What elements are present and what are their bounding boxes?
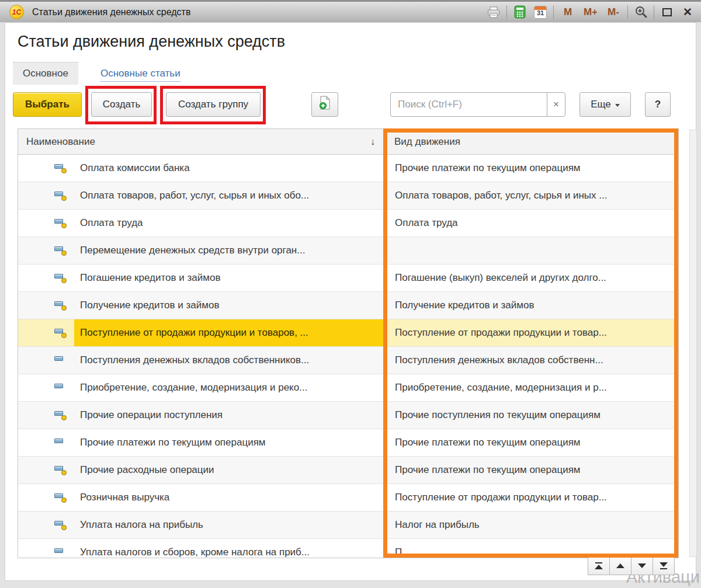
table-row[interactable]: Прочие платежи по текущим операциямПрочи… [18, 429, 678, 457]
movement-kind: Прочие платежи по текущим операциям [395, 437, 581, 448]
catalog-item-icon [54, 492, 66, 503]
titlebar-divider [627, 5, 628, 19]
catalog-item-icon [54, 218, 66, 228]
item-name: Приобретение, создание, модернизация и р… [74, 374, 383, 401]
movement-kind: Погашение (выкуп) векселей и других долг… [395, 272, 606, 284]
movement-kind: Поступление от продажи продукции и товар… [395, 492, 607, 503]
calendar-day: 31 [535, 9, 546, 18]
help-button[interactable]: ? [645, 92, 671, 117]
name-cell[interactable]: Поступление от продажи продукции и товар… [18, 319, 383, 346]
table-header: Наименование ↓ Вид движения [18, 129, 678, 155]
chevron-down-icon [615, 104, 620, 107]
table-row[interactable]: Прочие операции поступленияПрочие поступ… [18, 402, 678, 429]
name-cell[interactable]: Погашение кредитов и займов [18, 265, 383, 291]
item-name: Прочие платежи по текущим операциям [74, 429, 383, 456]
table-row[interactable]: Оплата товаров, работ, услуг, сырья и ин… [18, 182, 678, 210]
name-cell[interactable]: Прочие расходные операции [18, 457, 383, 483]
tab-main-articles[interactable]: Основные статьи [100, 68, 181, 82]
move-down-button[interactable] [631, 556, 653, 575]
name-cell[interactable]: Розничная выручка [18, 484, 383, 511]
kind-cell[interactable]: Погашение (выкуп) векселей и других долг… [383, 265, 678, 291]
kind-cell[interactable]: Поступления денежных вкладов собственн..… [383, 347, 678, 374]
table-row[interactable]: Прочие расходные операцииПрочие платежи … [18, 457, 678, 484]
name-cell[interactable]: Оплата товаров, работ, услуг, сырья и ин… [18, 182, 383, 209]
vertical-scrollbar[interactable] [689, 130, 697, 557]
table-row[interactable]: Погашение кредитов и займовПогашение (вы… [18, 265, 678, 292]
table-row[interactable]: Приобретение, создание, модернизация и р… [18, 374, 678, 402]
create-button[interactable]: Создать [91, 92, 152, 117]
kind-cell[interactable]: Налог на прибыль [383, 512, 678, 538]
movement-kind: Налог на прибыль [395, 519, 480, 531]
search-box: × [390, 92, 565, 117]
catalog-item-icon [54, 190, 66, 201]
name-cell[interactable]: Поступления денежных вкладов собственник… [18, 347, 383, 374]
more-button[interactable]: Еще [579, 92, 631, 117]
table-row[interactable]: Получение кредитов и займовПолучение кре… [18, 292, 678, 319]
movement-kind: П... [395, 547, 410, 558]
name-cell[interactable]: Уплата налогов и сборов, кроме налога на… [18, 539, 383, 558]
kind-cell[interactable]: Прочие платежи по текущим операциям [383, 457, 678, 483]
memory-m-button[interactable]: М [559, 6, 577, 18]
table-row[interactable]: Оплата комиссии банкаПрочие платежи по т… [18, 155, 678, 182]
name-cell[interactable]: Перемещение денежных средств внутри орга… [18, 237, 383, 264]
calculator-icon[interactable] [512, 5, 528, 20]
maximize-button[interactable] [660, 5, 675, 20]
item-name: Оплата труда [74, 210, 383, 236]
kind-cell[interactable]: Поступление от продажи продукции и товар… [383, 319, 678, 346]
kind-cell[interactable]: Прочие платежи по текущим операциям [383, 429, 678, 456]
item-name: Оплата комиссии банка [74, 155, 383, 182]
memory-m-plus-button[interactable]: М+ [582, 6, 599, 18]
close-button[interactable]: ✕ [680, 5, 695, 20]
titlebar-icons: 31 М М+ М- ✕ [486, 2, 695, 22]
movement-kind: Оплата труда [395, 217, 458, 229]
titlebar-divider [654, 5, 654, 19]
name-cell[interactable]: Получение кредитов и займов [18, 292, 383, 319]
calendar-page: 31 [534, 6, 547, 19]
column-header-kind[interactable]: Вид движения [383, 129, 678, 154]
item-name: Погашение кредитов и займов [74, 265, 383, 291]
name-cell[interactable]: Приобретение, создание, модернизация и р… [18, 374, 383, 401]
kind-cell[interactable]: Оплата товаров, работ, услуг, сырья и ин… [383, 182, 678, 209]
table-row[interactable]: Поступления денежных вкладов собственник… [18, 347, 678, 374]
name-cell[interactable]: Уплата налога на прибыль [18, 512, 383, 538]
table-row[interactable]: Розничная выручкаПоступление от продажи … [18, 484, 678, 512]
kind-cell[interactable]: Оплата труда [383, 210, 678, 236]
catalog-item-icon [54, 382, 66, 393]
catalog-item-icon [54, 355, 66, 366]
zoom-in-icon[interactable] [633, 5, 648, 20]
kind-cell[interactable]: Поступление от продажи продукции и товар… [383, 484, 678, 511]
memory-m-minus-button[interactable]: М- [605, 6, 622, 18]
name-cell[interactable]: Прочие операции поступления [18, 402, 383, 429]
search-clear-button[interactable]: × [547, 93, 565, 116]
search-input[interactable] [391, 93, 547, 116]
move-bottom-button[interactable] [653, 556, 675, 575]
item-name: Прочие операции поступления [74, 402, 383, 429]
table-row[interactable]: Поступление от продажи продукции и товар… [18, 319, 678, 347]
page-title: Статьи движения денежных средств [18, 33, 285, 51]
create-by-copy-button[interactable] [311, 92, 338, 117]
calendar-icon[interactable]: 31 [533, 5, 548, 20]
movement-kind: Получение кредитов и займов [395, 300, 534, 311]
column-header-name[interactable]: Наименование ↓ [18, 129, 383, 154]
name-cell[interactable]: Прочие платежи по текущим операциям [18, 429, 383, 456]
window-title: Статьи движения денежных средств [32, 7, 190, 18]
kind-cell[interactable] [383, 237, 678, 264]
table-row[interactable]: Уплата налогов и сборов, кроме налога на… [18, 539, 678, 558]
tab-main[interactable]: Основное [13, 62, 78, 85]
kind-cell[interactable]: Прочие платежи по текущим операциям [383, 155, 678, 182]
document-plus-icon [318, 96, 332, 113]
kind-cell[interactable]: Прочие поступления по текущим операциям [383, 402, 678, 429]
move-top-button[interactable] [588, 556, 610, 575]
table-row[interactable]: Уплата налога на прибыльНалог на прибыль [18, 512, 678, 539]
kind-cell[interactable]: Приобретение, создание, модернизация и р… [383, 374, 678, 401]
print-icon[interactable] [486, 5, 501, 20]
create-group-button[interactable]: Создать группу [166, 92, 261, 117]
select-button[interactable]: Выбрать [13, 92, 82, 117]
name-cell[interactable]: Оплата труда [18, 210, 383, 236]
name-cell[interactable]: Оплата комиссии банка [18, 155, 383, 182]
move-up-button[interactable] [609, 556, 631, 575]
cash-flow-items-table: Наименование ↓ Вид движения Оплата комис… [18, 128, 679, 558]
table-row[interactable]: Перемещение денежных средств внутри орга… [18, 237, 678, 265]
table-row[interactable]: Оплата трудаОплата труда [18, 210, 678, 237]
kind-cell[interactable]: Получение кредитов и займов [383, 292, 678, 319]
